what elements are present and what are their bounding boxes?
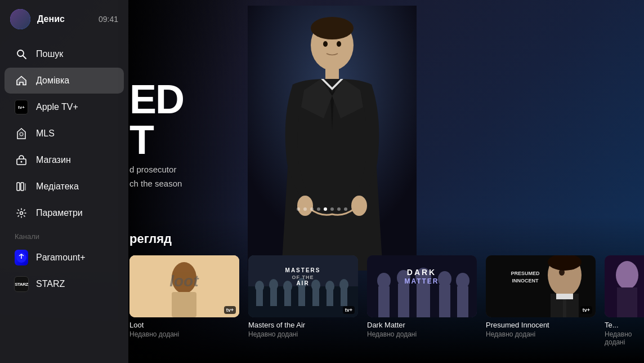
hero-pagination-dots <box>297 207 347 211</box>
user-name: Денис <box>37 14 92 24</box>
dot-7[interactable] <box>337 207 341 211</box>
appletv-badge-presumed: tv+ <box>580 306 592 314</box>
hero-description-1: d prosecutor <box>129 165 184 174</box>
svg-point-6 <box>323 41 328 47</box>
store-icon <box>15 153 28 167</box>
sidebar-item-mls[interactable]: MLS <box>5 121 124 147</box>
hero-description-2: ch the season <box>129 179 184 188</box>
hero-title: ED <box>129 79 184 119</box>
svg-text:OF THE: OF THE <box>292 275 314 280</box>
settings-icon <box>15 206 28 220</box>
svg-point-5 <box>351 196 367 216</box>
item-subtitle-partial: Недавно додані <box>605 330 644 346</box>
shelf-item-dark-matter[interactable]: DARK MATTER Dark Matter Недавно додані <box>367 255 477 338</box>
svg-point-60 <box>21 161 23 163</box>
shelf-item-partial[interactable]: Te... Недавно додані <box>605 255 644 346</box>
search-label: Пошук <box>36 49 63 59</box>
svg-point-40 <box>456 273 469 289</box>
channels-section-title: Канали <box>0 227 128 244</box>
svg-rect-41 <box>457 286 468 317</box>
svg-rect-23 <box>312 288 319 306</box>
item-title-presumed: Presumed Innocent <box>486 321 596 329</box>
thumb-masters: MASTERS OF THE AIR tv+ <box>248 255 358 317</box>
settings-label: Параметри <box>36 208 83 218</box>
svg-point-2 <box>311 17 354 39</box>
shelf-item-loot[interactable]: loot tv+ Loot Недавно додані <box>129 255 239 338</box>
sidebar-time: 09:41 <box>99 15 118 24</box>
sidebar-item-starz[interactable]: STARZ STARZ <box>5 271 124 297</box>
sidebar-item-settings[interactable]: Параметри <box>5 200 124 226</box>
thumb-loot: loot tv+ <box>129 255 239 317</box>
mls-label: MLS <box>36 129 55 139</box>
avatar-inner <box>10 9 30 29</box>
sidebar-item-paramount[interactable]: Paramount+ <box>5 245 124 271</box>
svg-rect-63 <box>25 183 26 191</box>
library-label: Медіатека <box>36 182 79 192</box>
dot-1[interactable] <box>297 207 300 211</box>
sidebar-item-search[interactable]: Пошук <box>5 41 124 67</box>
item-subtitle-dark-matter: Недавно додані <box>367 330 477 338</box>
svg-point-4 <box>297 196 313 216</box>
svg-point-32 <box>377 273 391 289</box>
hero-title-2: T <box>129 119 184 160</box>
thumb-presumed: PRESUMED INNOCENT tv+ <box>486 255 596 317</box>
sidebar-item-library[interactable]: Медіатека <box>5 174 124 200</box>
dot-3[interactable] <box>310 207 314 211</box>
sidebar: Денис 09:41 Пошук Домівка <box>0 0 128 363</box>
svg-text:INNOCENT: INNOCENT <box>512 278 539 284</box>
svg-text:DARK: DARK <box>407 268 436 277</box>
sidebar-item-home[interactable]: Домівка <box>5 68 124 94</box>
sidebar-item-appletv[interactable]: tv+ Apple TV+ <box>5 94 124 120</box>
appletv-icon: tv+ <box>15 100 28 114</box>
svg-text:AIR: AIR <box>296 280 309 286</box>
svg-point-64 <box>20 212 23 215</box>
item-title-partial: Te... <box>605 321 644 329</box>
shelf-items-row: loot tv+ Loot Недавно додані <box>129 255 644 346</box>
dot-5[interactable] <box>324 207 327 211</box>
svg-point-38 <box>438 271 451 287</box>
item-subtitle-masters: Недавно додані <box>248 330 358 338</box>
svg-point-54 <box>616 261 638 289</box>
svg-rect-21 <box>298 286 305 306</box>
dot-4[interactable] <box>317 207 320 211</box>
thumb-partial <box>605 255 644 317</box>
sidebar-item-store[interactable]: Магазин <box>5 147 124 173</box>
appletv-label: Apple TV+ <box>36 102 78 112</box>
shelf-item-masters[interactable]: MASTERS OF THE AIR tv+ Masters of the Ai… <box>248 255 358 338</box>
svg-rect-35 <box>398 284 409 317</box>
dot-2[interactable] <box>303 207 307 211</box>
paramount-label: Paramount+ <box>36 253 86 263</box>
item-title-dark-matter: Dark Matter <box>367 321 477 329</box>
dot-8[interactable] <box>344 207 347 211</box>
hero-text-overlay: ED T d prosecutor ch the season <box>129 79 184 188</box>
appletv-badge-masters: tv+ <box>343 306 355 314</box>
item-subtitle-loot: Недавно додані <box>129 330 239 338</box>
home-icon <box>15 74 28 87</box>
svg-rect-27 <box>341 287 347 306</box>
sidebar-header: Денис 09:41 <box>0 0 128 38</box>
svg-rect-15 <box>256 289 263 306</box>
paramount-icon <box>15 251 28 264</box>
home-label: Домівка <box>36 76 69 86</box>
svg-rect-39 <box>439 285 450 317</box>
svg-point-56 <box>17 50 24 56</box>
item-subtitle-presumed: Недавно додані <box>486 330 596 338</box>
svg-rect-10 <box>172 292 196 317</box>
starz-icon: STARZ <box>15 277 28 291</box>
shelf-item-presumed[interactable]: PRESUMED INNOCENT tv+ Presumed Innocent … <box>486 255 596 338</box>
shelf-title: регляд <box>129 232 644 246</box>
svg-rect-17 <box>270 287 277 306</box>
store-label: Магазин <box>36 155 71 165</box>
svg-rect-19 <box>284 289 291 306</box>
svg-line-57 <box>23 56 26 59</box>
library-icon <box>15 180 28 193</box>
mls-icon <box>15 127 28 140</box>
appletv-badge-loot: tv+ <box>224 306 236 314</box>
svg-rect-62 <box>21 183 24 191</box>
user-avatar[interactable] <box>10 9 30 29</box>
item-title-loot: Loot <box>129 321 239 329</box>
svg-rect-55 <box>617 287 637 317</box>
dot-6[interactable] <box>330 207 334 211</box>
svg-rect-50 <box>556 294 573 299</box>
svg-rect-25 <box>327 289 333 306</box>
